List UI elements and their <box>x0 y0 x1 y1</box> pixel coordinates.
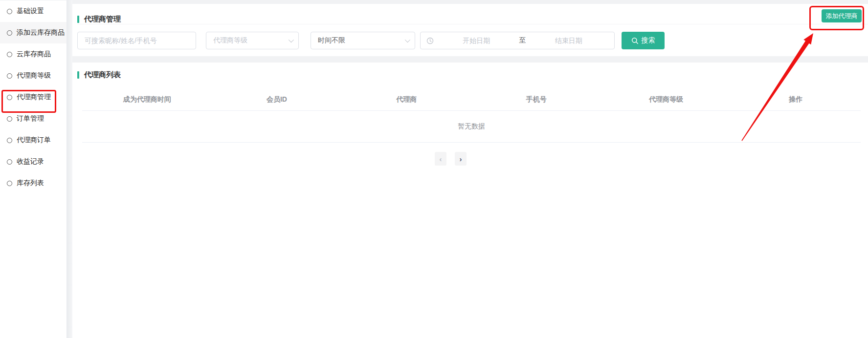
column-header: 代理商 <box>342 95 471 104</box>
table-header-row: 成为代理商时间 会员ID 代理商 手机号 代理商等级 操作 <box>82 89 861 111</box>
sidebar-item-label: 库存列表 <box>17 179 44 188</box>
title-accent-bar <box>77 71 79 79</box>
circle-icon <box>7 138 12 143</box>
circle-icon <box>7 73 12 79</box>
circle-icon <box>7 95 12 100</box>
time-range-select[interactable]: 时间不限 <box>311 32 415 49</box>
circle-icon <box>7 9 12 14</box>
search-button-label: 搜索 <box>642 36 655 45</box>
circle-icon <box>7 181 12 186</box>
sidebar-item-income-records[interactable]: 收益记录 <box>0 151 67 172</box>
sidebar-item-cloud-stock-products[interactable]: 云库存商品 <box>0 43 67 65</box>
sidebar-item-basic-settings[interactable]: 基础设置 <box>0 0 67 22</box>
pagination-next-button[interactable]: › <box>455 152 467 166</box>
sidebar-item-label: 收益记录 <box>17 157 44 166</box>
time-range-select-value: 时间不限 <box>318 36 345 45</box>
sidebar: 基础设置 添加云库存商品 云库存商品 代理商等级 代理商管理 订单管理 代理商订… <box>0 0 67 338</box>
search-icon <box>631 37 639 44</box>
agent-management-panel: 代理商管理 添加代理商 代理商等级 时间不限 <box>72 4 868 56</box>
circle-icon <box>7 52 12 57</box>
sidebar-item-label: 代理商等级 <box>17 71 51 80</box>
column-header: 代理商等级 <box>601 95 731 104</box>
sidebar-item-agent-level[interactable]: 代理商等级 <box>0 65 67 86</box>
sidebar-item-label: 基础设置 <box>17 7 44 16</box>
chevron-down-icon <box>405 37 410 42</box>
panel-title-row: 代理商列表 <box>77 69 121 80</box>
column-header: 会员ID <box>212 95 341 104</box>
circle-icon <box>7 30 12 36</box>
title-accent-bar <box>77 16 79 23</box>
chevron-left-icon: ‹ <box>440 155 442 163</box>
chevron-down-icon <box>289 37 294 42</box>
column-header: 手机号 <box>471 95 601 104</box>
agent-level-select[interactable]: 代理商等级 <box>206 32 299 49</box>
sidebar-scrollbar[interactable] <box>67 0 72 338</box>
sidebar-item-agent-management[interactable]: 代理商管理 <box>0 86 67 108</box>
sidebar-item-order-management[interactable]: 订单管理 <box>0 108 67 129</box>
add-agent-button[interactable]: 添加代理商 <box>822 9 862 22</box>
page-title: 代理商管理 <box>84 15 121 24</box>
pagination: ‹ › <box>435 152 467 166</box>
empty-state-text: 暂无数据 <box>458 122 485 131</box>
table-empty-row: 暂无数据 <box>82 111 861 143</box>
end-date-input[interactable] <box>529 37 609 44</box>
pagination-prev-button[interactable]: ‹ <box>435 152 446 166</box>
sidebar-item-label: 添加云库存商品 <box>17 28 65 37</box>
circle-icon <box>7 116 12 122</box>
sidebar-item-stock-list[interactable]: 库存列表 <box>0 172 67 194</box>
filter-bar: 代理商等级 时间不限 至 <box>77 32 665 49</box>
sidebar-item-label: 代理商管理 <box>17 93 51 102</box>
sidebar-item-label: 云库存商品 <box>17 50 51 59</box>
divider <box>77 24 868 24</box>
sidebar-item-label: 订单管理 <box>17 114 44 123</box>
sidebar-item-label: 代理商订单 <box>17 136 51 145</box>
search-button[interactable]: 搜索 <box>622 32 665 49</box>
column-header: 操作 <box>731 95 861 104</box>
circle-icon <box>7 159 12 165</box>
agent-management-page: 基础设置 添加云库存商品 云库存商品 代理商等级 代理商管理 订单管理 代理商订… <box>0 0 868 338</box>
panel-title-row: 代理商管理 <box>77 14 121 24</box>
chevron-right-icon: › <box>460 155 462 163</box>
sidebar-item-add-cloud-stock-product[interactable]: 添加云库存商品 <box>0 22 67 43</box>
sidebar-item-agent-orders[interactable]: 代理商订单 <box>0 129 67 151</box>
column-header: 成为代理商时间 <box>82 95 212 104</box>
start-date-input[interactable] <box>437 37 516 44</box>
keyword-search-input[interactable] <box>85 37 189 44</box>
keyword-search-field[interactable] <box>77 32 196 49</box>
agent-level-select-value: 代理商等级 <box>213 36 247 45</box>
list-title: 代理商列表 <box>84 70 121 80</box>
agent-list-panel: 代理商列表 成为代理商时间 会员ID 代理商 手机号 代理商等级 操作 暂无数据… <box>72 63 868 338</box>
date-range-separator: 至 <box>516 36 529 45</box>
date-range-picker[interactable]: 至 <box>420 32 615 49</box>
clock-icon <box>426 37 434 44</box>
